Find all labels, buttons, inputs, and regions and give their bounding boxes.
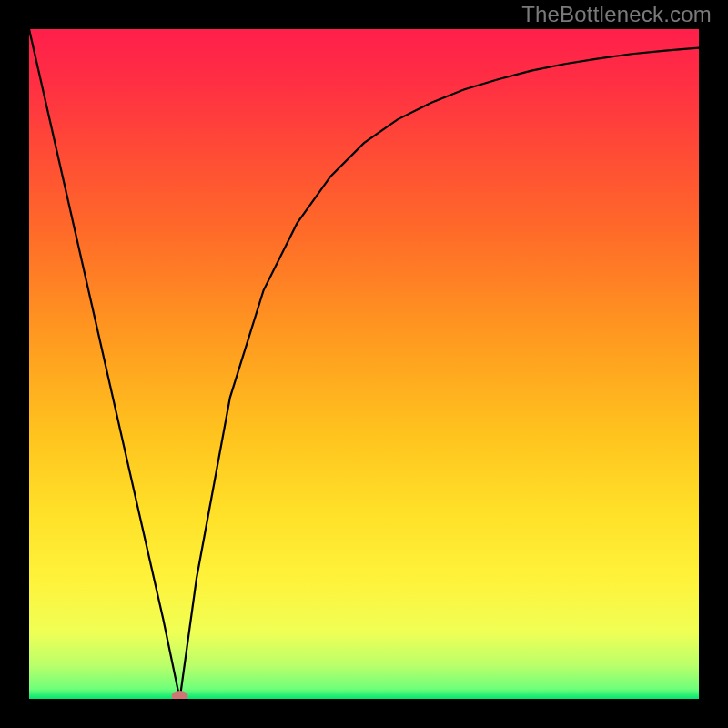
chart-frame: TheBottleneck.com xyxy=(0,0,728,728)
optimal-point-marker xyxy=(172,691,188,702)
plot-background xyxy=(29,29,699,699)
chart-canvas xyxy=(0,0,728,728)
watermark-text: TheBottleneck.com xyxy=(521,2,712,27)
